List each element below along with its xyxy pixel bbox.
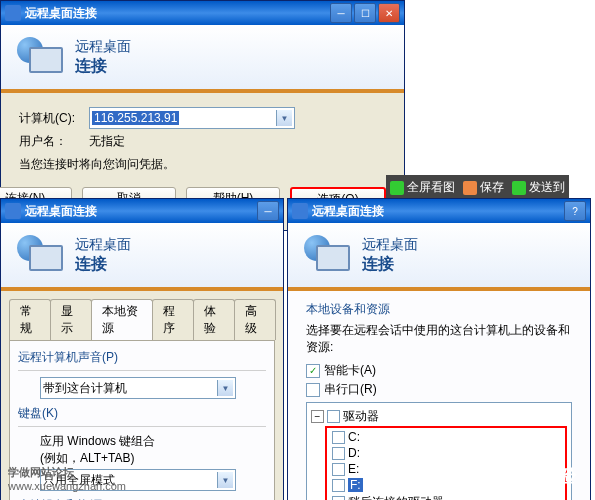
tab-advanced[interactable]: 高级: [234, 299, 276, 340]
window-title: 远程桌面连接: [312, 203, 564, 220]
tab-local-resources[interactable]: 本地资源: [91, 299, 153, 340]
chevron-down-icon[interactable]: ▼: [276, 110, 292, 126]
maximize-button[interactable]: ☐: [354, 3, 376, 23]
tab-experience[interactable]: 体验: [193, 299, 235, 340]
audio-group-title: 远程计算机声音(P): [18, 349, 266, 366]
window-title: 远程桌面连接: [25, 5, 330, 22]
minimize-button[interactable]: ─: [330, 3, 352, 23]
banner: 远程桌面 连接: [1, 25, 404, 89]
checkbox-empty-icon: [332, 463, 345, 476]
expand-icon: [390, 181, 404, 195]
rdc-devices-dialog: 远程桌面连接 ? 远程桌面 连接 本地设备和资源 选择要在远程会话中使用的这台计…: [287, 198, 591, 500]
rdc-main-window: 远程桌面连接 ─ ☐ ✕ 远程桌面 连接 计算机(C): 116.255.213…: [0, 0, 405, 231]
rdc-options-window: 远程桌面连接 ─ 远程桌面 连接 常规 显示 本地资源 程序 体验 高级 远程计…: [0, 198, 284, 500]
tab-general[interactable]: 常规: [9, 299, 51, 340]
checkbox-empty-icon: [332, 479, 345, 492]
keyboard-group-title: 键盘(K): [18, 405, 266, 422]
rdc-logo-icon: [17, 235, 65, 275]
tab-display[interactable]: 显示: [50, 299, 92, 340]
audio-dropdown[interactable]: 带到这台计算机 ▼: [40, 377, 236, 399]
banner-subtitle: 连接: [362, 254, 418, 275]
screenshot-toolbar: 全屏看图 保存 发送到: [386, 175, 569, 200]
checkbox-empty-icon: [332, 431, 345, 444]
titlebar[interactable]: 远程桌面连接 ─: [1, 199, 283, 223]
drive-d-node[interactable]: D:: [332, 445, 564, 461]
devices-hint: 选择要在远程会话中使用的这台计算机上的设备和资源:: [306, 322, 572, 356]
banner-title: 远程桌面: [75, 38, 131, 56]
username-value: 无指定: [89, 133, 125, 150]
check-icon: ✓: [306, 364, 320, 378]
tab-bar: 常规 显示 本地资源 程序 体验 高级: [1, 291, 283, 340]
app-icon: [5, 203, 21, 219]
banner-title: 远程桌面: [362, 236, 418, 254]
rdc-logo-icon: [17, 37, 65, 77]
collapse-icon[interactable]: −: [311, 410, 324, 423]
rdc-logo-icon: [304, 235, 352, 275]
devices-group-title: 本地设备和资源: [306, 301, 572, 318]
tab-programs[interactable]: 程序: [152, 299, 194, 340]
app-icon: [292, 203, 308, 219]
checkbox-empty-icon: [332, 447, 345, 460]
share-icon: [512, 181, 526, 195]
chevron-down-icon[interactable]: ▼: [217, 380, 233, 396]
titlebar[interactable]: 远程桌面连接 ?: [288, 199, 590, 223]
smartcard-checkbox[interactable]: ✓智能卡(A): [306, 362, 572, 379]
chevron-down-icon[interactable]: ▼: [217, 472, 233, 488]
minimize-button[interactable]: ─: [257, 201, 279, 221]
save-button[interactable]: 保存: [463, 179, 504, 196]
close-button[interactable]: ✕: [378, 3, 400, 23]
help-button[interactable]: ?: [564, 201, 586, 221]
banner: 远程桌面 连接: [288, 223, 590, 287]
fullscreen-button[interactable]: 全屏看图: [390, 179, 455, 196]
save-icon: [463, 181, 477, 195]
send-button[interactable]: 发送到: [512, 179, 565, 196]
later-drives-node[interactable]: 稍后连接的驱动器: [332, 493, 564, 500]
computer-label: 计算机(C):: [19, 110, 89, 127]
credentials-hint: 当您连接时将向您询问凭据。: [19, 156, 386, 173]
watermark: 学做网站论坛 www.xuewangzhan.com: [8, 465, 126, 492]
computer-value: 116.255.213.91: [92, 111, 179, 125]
checkbox-empty-icon[interactable]: [327, 410, 340, 423]
app-icon: [5, 5, 21, 21]
checkbox-empty-icon: [306, 383, 320, 397]
serial-checkbox[interactable]: 串行口(R): [306, 381, 572, 398]
banner-subtitle: 连接: [75, 56, 131, 77]
checkbox-empty-icon: [332, 496, 345, 500]
computer-dropdown[interactable]: 116.255.213.91 ▼: [89, 107, 295, 129]
titlebar[interactable]: 远程桌面连接 ─ ☐ ✕: [1, 1, 404, 25]
window-title: 远程桌面连接: [25, 203, 257, 220]
drive-c-node[interactable]: C:: [332, 429, 564, 445]
drives-node[interactable]: − 驱动器: [311, 407, 567, 426]
banner: 远程桌面 连接: [1, 223, 283, 287]
banner-title: 远程桌面: [75, 236, 131, 254]
banner-subtitle: 连接: [75, 254, 131, 275]
username-label: 用户名：: [19, 133, 89, 150]
keyboard-hint: 应用 Windows 键组合: [40, 433, 266, 450]
baidu-watermark: Baidu 经验: [484, 464, 575, 488]
